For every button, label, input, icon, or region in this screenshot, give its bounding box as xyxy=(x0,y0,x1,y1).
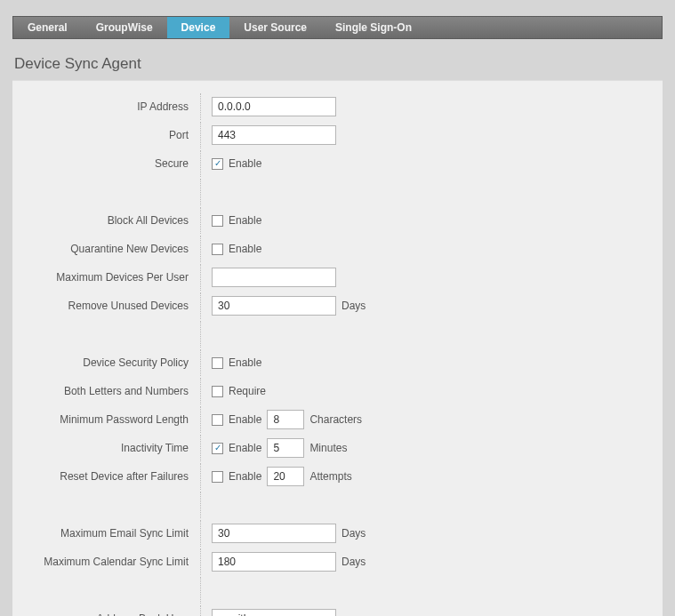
remove-unused-unit: Days xyxy=(342,300,366,312)
inactivity-enable-label: Enable xyxy=(229,442,261,454)
label-port: Port xyxy=(21,129,199,141)
both-letters-checkbox[interactable] xyxy=(212,386,223,397)
row-ip-address: IP Address xyxy=(21,93,647,120)
label-block-all: Block All Devices xyxy=(21,214,199,227)
label-min-pwd: Minimum Password Length xyxy=(21,413,199,426)
label-both-letters: Both Letters and Numbers xyxy=(21,385,199,397)
min-pwd-input[interactable] xyxy=(267,410,304,429)
reset-fail-input[interactable] xyxy=(267,467,304,486)
both-letters-checkbox-label: Require xyxy=(229,385,266,397)
sec-policy-checkbox-label: Enable xyxy=(229,356,261,369)
label-sec-policy: Device Security Policy xyxy=(21,356,199,369)
row-both-letters: Both Letters and Numbers Require xyxy=(21,378,647,404)
label-max-cal: Maximum Calendar Sync Limit xyxy=(21,556,199,568)
max-email-input[interactable] xyxy=(212,524,336,543)
label-inactivity: Inactivity Time xyxy=(21,442,199,454)
tab-general[interactable]: General xyxy=(13,17,82,38)
row-port: Port xyxy=(21,122,647,148)
block-all-checkbox-label: Enable xyxy=(229,214,261,227)
ip-address-input[interactable] xyxy=(212,97,336,116)
inactivity-unit: Minutes xyxy=(309,442,347,454)
row-max-email: Maximum Email Sync Limit Days xyxy=(21,520,647,547)
row-block-all: Block All Devices Enable xyxy=(21,207,647,234)
port-input[interactable] xyxy=(212,125,336,145)
sec-policy-checkbox[interactable] xyxy=(212,357,223,369)
quarantine-checkbox[interactable] xyxy=(212,244,223,255)
min-pwd-enable-label: Enable xyxy=(229,413,261,426)
row-max-cal: Maximum Calendar Sync Limit Days xyxy=(21,548,647,575)
inactivity-enable-checkbox[interactable] xyxy=(212,443,223,454)
min-pwd-unit: Characters xyxy=(309,413,362,426)
row-reset-fail: Reset Device after Failures Enable Attem… xyxy=(21,463,647,490)
label-max-devices: Maximum Devices Per User xyxy=(21,271,199,284)
row-abook-user: Address Book User xyxy=(21,605,647,616)
label-abook-user: Address Book User xyxy=(21,612,199,616)
reset-fail-enable-label: Enable xyxy=(229,470,261,483)
max-cal-input[interactable] xyxy=(212,552,336,572)
quarantine-checkbox-label: Enable xyxy=(229,243,261,255)
page-title: Device Sync Agent xyxy=(14,55,675,73)
label-secure: Secure xyxy=(21,157,199,170)
label-quarantine: Quarantine New Devices xyxy=(21,243,199,255)
row-inactivity: Inactivity Time Enable Minutes xyxy=(21,435,647,461)
row-secure: Secure Enable xyxy=(21,150,647,177)
reset-fail-unit: Attempts xyxy=(309,470,351,483)
tab-bar: General GroupWise Device User Source Sin… xyxy=(12,16,663,39)
row-sec-policy: Device Security Policy Enable xyxy=(21,349,647,376)
secure-checkbox[interactable] xyxy=(212,158,223,170)
abook-user-input[interactable] xyxy=(212,609,336,616)
max-cal-unit: Days xyxy=(342,556,366,568)
tab-device[interactable]: Device xyxy=(167,17,230,38)
label-max-email: Maximum Email Sync Limit xyxy=(21,527,199,540)
tab-groupwise[interactable]: GroupWise xyxy=(82,17,167,38)
label-ip-address: IP Address xyxy=(21,100,199,113)
row-quarantine: Quarantine New Devices Enable xyxy=(21,236,647,262)
settings-panel: IP Address Port Secure Enable Block All … xyxy=(12,80,663,616)
tab-single-sign-on[interactable]: Single Sign-On xyxy=(321,17,426,38)
row-remove-unused: Remove Unused Devices Days xyxy=(21,292,647,319)
max-email-unit: Days xyxy=(342,527,366,540)
remove-unused-input[interactable] xyxy=(212,296,336,316)
reset-fail-enable-checkbox[interactable] xyxy=(212,471,223,483)
max-devices-input[interactable] xyxy=(212,268,336,287)
row-max-devices: Maximum Devices Per User xyxy=(21,264,647,291)
secure-checkbox-label: Enable xyxy=(229,157,261,170)
label-remove-unused: Remove Unused Devices xyxy=(21,300,199,312)
inactivity-input[interactable] xyxy=(267,438,304,458)
block-all-checkbox[interactable] xyxy=(212,215,223,227)
tab-user-source[interactable]: User Source xyxy=(229,17,321,38)
label-reset-fail: Reset Device after Failures xyxy=(21,470,199,483)
row-min-pwd: Minimum Password Length Enable Character… xyxy=(21,406,647,433)
min-pwd-enable-checkbox[interactable] xyxy=(212,414,223,426)
